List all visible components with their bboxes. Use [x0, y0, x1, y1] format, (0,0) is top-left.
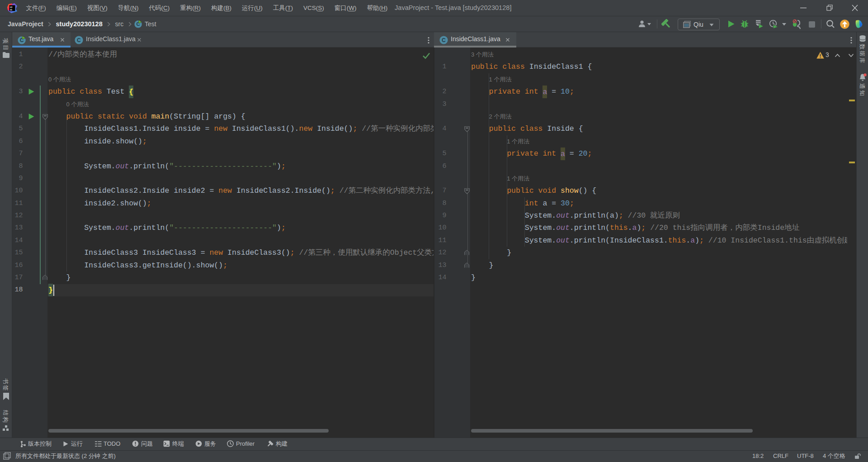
svg-text:C: C	[442, 37, 446, 43]
svg-text:C: C	[77, 37, 81, 43]
svg-text:IJ: IJ	[10, 6, 12, 9]
